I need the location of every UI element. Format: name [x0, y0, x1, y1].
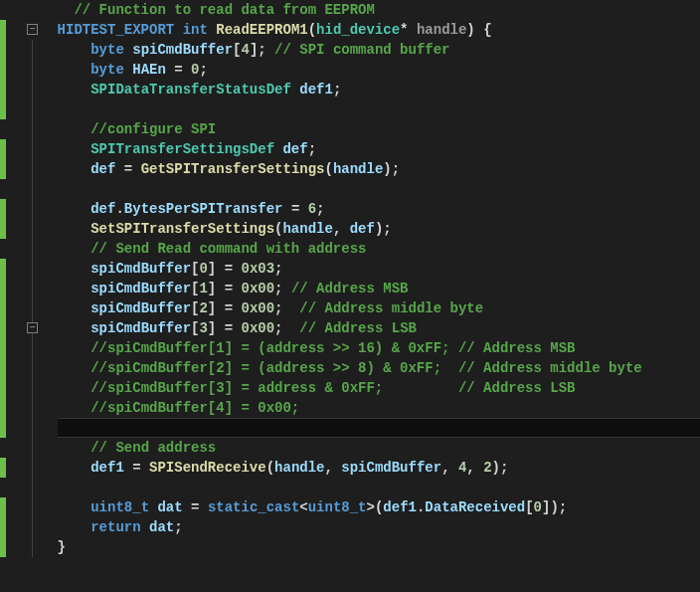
code-line[interactable]: def = GetSPITransferSettings(handle); [58, 159, 700, 179]
code-line[interactable] [58, 179, 700, 199]
token-comment: //spiCmdBuffer[2] = (address >> 8) & 0xF… [90, 360, 642, 376]
token-comment: //spiCmdBuffer[3] = address & 0xFF; // A… [90, 380, 575, 396]
code-line[interactable]: uint8_t dat = static_cast<uint8_t>(def1.… [58, 497, 700, 517]
token-white [141, 460, 149, 476]
token-punct: >( [367, 499, 384, 515]
fold-function[interactable]: − [27, 24, 38, 35]
code-line[interactable]: byte spiCmdBuffer[4]; // SPI command buf… [58, 40, 700, 60]
token-num: 0 [534, 499, 542, 515]
code-line[interactable]: //spiCmdBuffer[4] = 0x00; [58, 398, 700, 418]
code-line[interactable]: HIDTEST_EXPORT int ReadEEPROM1(hid_devic… [58, 20, 700, 40]
code-line[interactable]: } [58, 537, 700, 557]
token-white [124, 62, 132, 78]
token-num: 4 [241, 42, 249, 58]
token-num: 0 [199, 261, 207, 277]
code-area[interactable]: // Function to read data from EEPROMHIDT… [54, 0, 700, 557]
token-white [141, 519, 149, 535]
token-white [58, 460, 91, 476]
code-line[interactable] [58, 99, 700, 119]
token-punct: ]; [250, 42, 274, 58]
token-punct: ); [383, 161, 400, 177]
token-func: GetSPITransferSettings [141, 161, 325, 177]
token-func: SPISendReceive [149, 460, 266, 476]
token-white [132, 161, 140, 177]
token-comment: //configure SPI [90, 121, 216, 137]
token-ident: def1 [90, 460, 124, 476]
fold-block[interactable]: − [27, 322, 38, 333]
token-white [58, 82, 91, 98]
code-editor[interactable]: −− // Function to read data from EEPROMH… [0, 0, 700, 557]
change-marker [0, 199, 6, 239]
token-comment: //spiCmdBuffer[4] = 0x00; [90, 400, 299, 416]
token-white [208, 22, 216, 38]
token-op: = [225, 300, 233, 316]
token-num: 0x03 [241, 261, 274, 277]
code-line[interactable]: spiCmdBuffer[3] = 0x00; // Address LSB [58, 318, 700, 338]
token-punct: ); [492, 460, 509, 476]
token-type: uint8_t [308, 499, 367, 515]
token-punct: ] [208, 281, 225, 296]
code-line[interactable]: //spiCmdBuffer[2] = (address >> 8) & 0xF… [58, 358, 700, 378]
token-white [58, 121, 91, 137]
token-punct: } [58, 539, 66, 555]
token-white [58, 360, 91, 376]
token-white [58, 42, 91, 58]
token-num: 2 [483, 460, 491, 476]
token-type: byte [90, 42, 124, 58]
token-func: ReadEEPROM1 [216, 22, 307, 38]
token-punct: ( [266, 460, 274, 476]
token-comment: //spiCmdBuffer[1] = (address >> 16) & 0x… [90, 340, 575, 356]
code-line[interactable]: //configure SPI [58, 119, 700, 139]
token-white [115, 161, 123, 177]
code-line[interactable]: byte HAEn = 0; [58, 60, 700, 80]
code-line[interactable]: def.BytesPerSPITransfer = 6; [58, 199, 700, 219]
token-type: int [183, 22, 208, 38]
token-ident: def [90, 201, 115, 217]
code-line[interactable]: SPITransferSettingsDef def; [58, 139, 700, 159]
token-ident: handle [333, 161, 383, 177]
token-num: 0x00 [241, 320, 274, 336]
token-type: byte [90, 62, 124, 78]
token-white [299, 201, 307, 217]
code-line[interactable]: //spiCmdBuffer[3] = address & 0xFF; // A… [58, 378, 700, 398]
code-line[interactable]: spiCmdBuffer[0] = 0x03; [58, 259, 700, 279]
token-ident: dat [149, 519, 174, 535]
code-line[interactable]: def1 = SPISendReceive(handle, spiCmdBuff… [58, 458, 700, 478]
code-line[interactable]: // Send Read command with address [58, 239, 700, 259]
token-punct: [ [525, 499, 533, 515]
token-punct: ] [208, 261, 225, 277]
token-white [409, 22, 417, 38]
token-punct: ); [375, 221, 392, 237]
token-white [58, 141, 91, 157]
code-line[interactable]: SetSPITransferSettings(handle, def); [58, 219, 700, 239]
token-punct: < [299, 499, 307, 515]
token-punct: ) { [466, 22, 491, 38]
token-num: 6 [308, 201, 316, 217]
token-comment: // Function to read data from EEPROM [58, 2, 375, 18]
token-ident: dat [157, 499, 182, 515]
code-line[interactable]: // Function to read data from EEPROM [58, 0, 700, 20]
token-num: 0x00 [241, 281, 274, 296]
code-line[interactable]: // Send address [58, 438, 700, 458]
code-line[interactable]: SPIDataTransferStatusDef def1; [58, 80, 700, 99]
token-kw: HIDTEST_EXPORT [58, 22, 175, 38]
token-white [291, 82, 299, 98]
token-op: = [225, 281, 233, 296]
change-marker [0, 458, 6, 478]
code-line[interactable] [58, 418, 700, 438]
code-line[interactable]: return dat; [58, 517, 700, 537]
token-num: 1 [199, 281, 207, 296]
code-line[interactable]: spiCmdBuffer[2] = 0x00; // Address middl… [58, 298, 700, 318]
change-marker [0, 259, 6, 438]
token-comment: // Address MSB [291, 281, 409, 296]
token-white [199, 499, 207, 515]
token-punct: ; [274, 320, 299, 336]
token-ident: spiCmdBuffer [90, 300, 191, 316]
token-punct: ] [208, 320, 225, 336]
code-line[interactable]: //spiCmdBuffer[1] = (address >> 16) & 0x… [58, 338, 700, 358]
token-type: uint8_t [90, 499, 149, 515]
code-line[interactable]: spiCmdBuffer[1] = 0x00; // Address MSB [58, 279, 700, 298]
code-line[interactable] [58, 478, 700, 497]
token-punct: ; [199, 62, 207, 78]
token-ident: DataReceived [425, 499, 525, 515]
